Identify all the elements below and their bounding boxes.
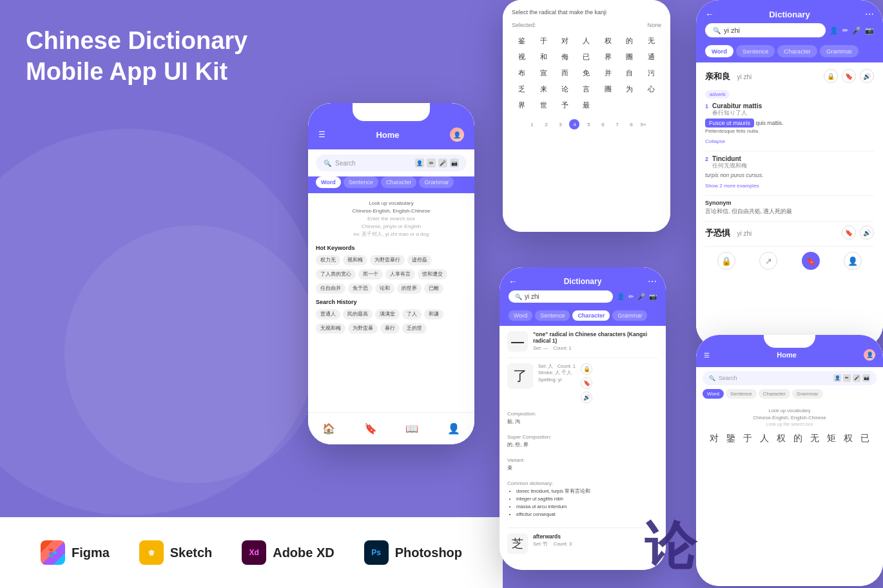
history-tag[interactable]: 为野蛮暴 xyxy=(348,323,378,334)
lock-bottom-icon[interactable]: 🔒 xyxy=(717,252,735,270)
tab-word[interactable]: Word xyxy=(509,310,532,321)
camera-icon[interactable]: 📷 xyxy=(450,158,459,167)
radical-cell[interactable]: 界 xyxy=(512,98,532,113)
more-button[interactable]: ⋯ xyxy=(865,9,874,19)
people-icon[interactable]: 👤 xyxy=(833,374,841,382)
page-4[interactable]: 4 xyxy=(569,119,579,129)
mic-icon[interactable]: 🎤 xyxy=(853,374,860,382)
keyword-tag[interactable]: 论和 xyxy=(375,283,394,294)
keyword-tag[interactable]: 了人类的宽心 xyxy=(316,269,356,280)
mic-icon[interactable]: 🎤 xyxy=(637,293,645,300)
tab-sentence[interactable]: Sentence xyxy=(535,310,570,321)
radical-cell[interactable]: 来 xyxy=(533,82,553,97)
tool-ps[interactable]: Ps Photoshop xyxy=(364,540,462,565)
speaker-icon[interactable]: 🔊 xyxy=(860,225,874,240)
people-icon[interactable]: 👤 xyxy=(415,158,424,167)
tool-figma[interactable]: Figma xyxy=(41,540,110,565)
photo-icon[interactable]: 📷 xyxy=(865,26,874,35)
pen-icon[interactable]: ✏ xyxy=(842,26,848,35)
tool-xd[interactable]: Xd Adobe XD xyxy=(242,540,335,565)
menu-icon[interactable]: ☰ xyxy=(318,130,325,139)
char-cell[interactable]: 已 xyxy=(858,433,872,444)
radical-cell[interactable]: 宣 xyxy=(533,66,553,81)
page-1[interactable]: 1 xyxy=(527,119,537,129)
nav-bookmarks-icon[interactable]: 🔖 xyxy=(364,422,377,435)
radical-cell[interactable]: 團 xyxy=(598,82,618,97)
radical-cell[interactable]: 界 xyxy=(598,50,618,64)
user-avatar[interactable]: 👤 xyxy=(450,128,464,142)
collapse-link[interactable]: Collapse xyxy=(705,138,725,144)
tab-sentence[interactable]: Sentence xyxy=(736,45,775,57)
user-avatar-small[interactable]: 👤 xyxy=(864,349,875,361)
radical-cell[interactable]: 心 xyxy=(641,82,661,97)
keyword-tag[interactable]: 已離 xyxy=(424,283,443,294)
pen-icon[interactable]: ✏ xyxy=(427,158,436,167)
bookmark-icon[interactable]: 🔖 xyxy=(581,377,592,389)
radical-cell[interactable]: 布 xyxy=(512,66,532,81)
tab-word-small[interactable]: Word xyxy=(703,389,724,399)
radical-cell[interactable]: 通 xyxy=(641,50,661,64)
char-cell[interactable]: 鑒 xyxy=(724,433,738,444)
radical-cell[interactable]: 并 xyxy=(598,66,618,81)
radical-cell[interactable]: 论 xyxy=(555,82,575,97)
page-6[interactable]: 6 xyxy=(597,119,608,129)
speaker-icon[interactable]: 🔊 xyxy=(581,392,592,403)
keyword-tag[interactable]: 迹些磊 xyxy=(407,255,432,265)
nav-home-icon[interactable]: 🏠 xyxy=(322,422,335,435)
radical-cell[interactable]: 世 xyxy=(533,98,553,113)
camera-icon[interactable]: 📷 xyxy=(862,374,870,382)
share-bottom-icon[interactable]: ↗ xyxy=(759,252,777,270)
history-tag[interactable]: 无视和梅 xyxy=(316,323,345,334)
camera-icon[interactable]: 👤 xyxy=(830,26,839,35)
mic-icon[interactable]: 🎤 xyxy=(438,158,447,167)
pen-icon[interactable]: ✏ xyxy=(628,293,634,300)
char-cell[interactable]: 权 xyxy=(774,433,788,444)
keyword-tag[interactable]: 为野蛮暴行 xyxy=(370,255,405,265)
page-8[interactable]: 8 xyxy=(626,119,636,129)
char-cell[interactable]: 人 xyxy=(757,433,771,444)
radical-cell[interactable]: 侮 xyxy=(555,50,575,64)
keyword-tag[interactable]: 的世界 xyxy=(397,283,422,294)
radical-cell[interactable]: 而 xyxy=(555,66,575,81)
page-2[interactable]: 2 xyxy=(541,119,551,129)
radical-cell[interactable]: 鉴 xyxy=(512,33,532,48)
camera-icon[interactable]: 👤 xyxy=(617,293,625,300)
tab-sentence-small[interactable]: Sentence xyxy=(726,389,757,399)
radical-cell[interactable]: 无 xyxy=(641,33,661,48)
radical-cell[interactable]: 视 xyxy=(512,50,532,64)
history-tag[interactable]: 民的最高 xyxy=(343,309,373,319)
bookmark-bottom-icon[interactable]: 🔖 xyxy=(802,252,820,270)
radical-cell[interactable]: 乏 xyxy=(512,82,532,97)
page-7[interactable]: 7 xyxy=(612,119,622,129)
pen-icon[interactable]: ✏ xyxy=(843,374,851,382)
tool-sketch[interactable]: Sketch xyxy=(139,540,213,565)
tab-grammar[interactable]: Grammar xyxy=(820,45,859,57)
radical-cell[interactable]: 最 xyxy=(576,98,596,113)
keyword-tag[interactable]: 任自由并 xyxy=(316,283,345,294)
char-cell[interactable]: 于 xyxy=(741,433,755,444)
tab-word[interactable]: Word xyxy=(316,176,341,188)
menu-icon[interactable]: ☰ xyxy=(704,352,710,359)
radical-cell[interactable]: 人 xyxy=(576,33,596,48)
radical-cell[interactable]: 言 xyxy=(576,82,596,97)
radical-cell[interactable]: 权 xyxy=(598,33,618,48)
photo-icon[interactable]: 📷 xyxy=(649,293,657,300)
radical-cell[interactable]: 團 xyxy=(619,50,639,64)
char-cell[interactable]: 对 xyxy=(707,433,721,444)
radical-cell[interactable]: 予 xyxy=(555,98,575,113)
radical-cell[interactable]: 自 xyxy=(619,66,639,81)
bookmark-icon[interactable]: 🔖 xyxy=(842,225,856,240)
history-tag[interactable]: 暴行 xyxy=(380,323,400,334)
history-tag[interactable]: 乏的世 xyxy=(402,323,427,334)
tab-word[interactable]: Word xyxy=(705,45,733,57)
tab-character[interactable]: Character xyxy=(572,310,610,321)
radical-cell[interactable]: 已 xyxy=(576,50,596,64)
tab-sentence[interactable]: Sentence xyxy=(344,176,378,188)
mic-icon[interactable]: 🎤 xyxy=(852,26,861,35)
profile-bottom-icon[interactable]: 👤 xyxy=(844,252,862,270)
radical-cell[interactable]: 对 xyxy=(555,33,575,48)
radical-cell[interactable]: 为 xyxy=(619,82,639,97)
back-button[interactable]: ← xyxy=(509,276,518,287)
keyword-tag[interactable]: 权力无 xyxy=(316,255,340,265)
lock-icon[interactable]: 🔒 xyxy=(581,363,592,375)
